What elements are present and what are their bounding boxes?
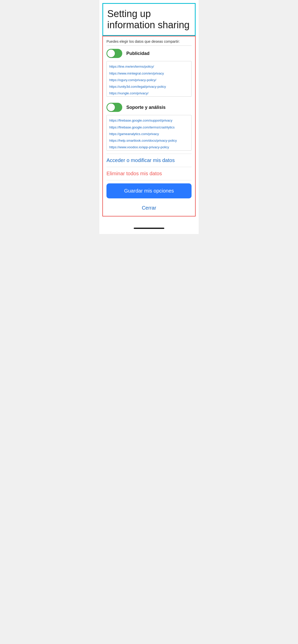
- ad-link-3[interactable]: https://ogury.com/privacy-policy/: [109, 77, 189, 83]
- sup-link-5[interactable]: https://www.voodoo.io/app-privacy-policy: [109, 144, 189, 151]
- sup-link-3[interactable]: https://gameanalytics.com/privacy: [109, 131, 189, 137]
- advertising-label: Publicidad: [126, 51, 150, 56]
- save-button[interactable]: Guardar mis opciones: [106, 183, 192, 198]
- toggle-knob-support: [107, 104, 115, 111]
- support-toggle[interactable]: [106, 103, 122, 112]
- sup-link-2[interactable]: https://firebase.google.com/terms/crashl…: [109, 124, 189, 131]
- advertising-links-box[interactable]: https://line.me/en/terms/policy/ https:/…: [106, 61, 192, 97]
- delete-data-link[interactable]: Eliminar todos mis datos: [103, 167, 195, 180]
- home-indicator: [134, 228, 164, 229]
- access-data-link[interactable]: Acceder o modificar mis datos: [103, 154, 195, 167]
- advertising-toggle[interactable]: [106, 49, 122, 58]
- ad-link-4[interactable]: https://unity3d.com/legal/privacy-policy: [109, 83, 189, 90]
- page-title: Setting up information sharing: [107, 8, 191, 31]
- ad-link-5[interactable]: https://vungle.com/privacy/: [109, 90, 189, 97]
- advertising-toggle-row: Publicidad: [103, 46, 195, 61]
- bottom-bar: [99, 225, 199, 234]
- support-toggle-row: Soporte y análisis: [103, 100, 195, 115]
- support-links-inner: https://firebase.google.com/support/priv…: [107, 115, 191, 151]
- close-link[interactable]: Cerrar: [103, 201, 195, 216]
- spacer: [99, 221, 199, 225]
- sup-link-4[interactable]: https://help.smartlook.com/docs/privacy-…: [109, 137, 189, 144]
- divider-4: [106, 180, 192, 180]
- main-content: Puedes elegir los datos que deseas compa…: [102, 36, 196, 216]
- support-label: Soporte y análisis: [126, 105, 166, 110]
- support-links-box[interactable]: https://firebase.google.com/support/priv…: [106, 115, 192, 151]
- ad-link-1[interactable]: https://line.me/en/terms/policy/: [109, 63, 189, 70]
- toggle-knob-advertising: [107, 50, 115, 57]
- phone-screen: Setting up information sharing Puedes el…: [99, 0, 199, 234]
- subtitle-text: Puedes elegir los datos que deseas compa…: [103, 36, 195, 46]
- advertising-links-inner: https://line.me/en/terms/policy/ https:/…: [107, 61, 191, 97]
- sup-link-1[interactable]: https://firebase.google.com/support/priv…: [109, 117, 189, 124]
- ad-link-2[interactable]: https://www.mintegral.com/en/privacy: [109, 70, 189, 77]
- title-section: Setting up information sharing: [102, 3, 196, 36]
